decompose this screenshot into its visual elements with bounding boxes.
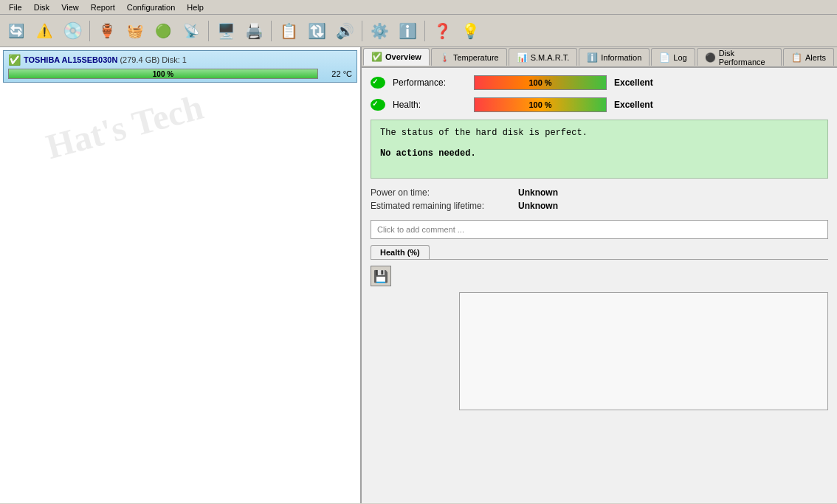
overview-icon: ✅ [371,52,382,62]
health-row: Health: 100 % Excellent [371,97,828,112]
health-bar-label: 100 % [475,98,606,111]
tab-alerts-label: Alerts [805,53,826,62]
menu-help[interactable]: Help [181,1,210,13]
tab-log[interactable]: 📄 Log [651,48,695,66]
toolbar-file[interactable]: 📋 [275,18,302,44]
toolbar-scan1[interactable]: 🏺 [94,18,120,44]
comment-box[interactable]: Click to add comment ... [371,220,828,239]
disk-name: TOSHIBA AL15SEB030N (279.4 GB) Disk: 1 [24,55,187,64]
status-line2: No actions needed. [380,148,819,159]
save-icon: 💾 [373,269,388,283]
health-status-text: Excellent [614,100,653,110]
status-line1: The status of the hard disk is perfect. [380,128,819,138]
toolbar-tip[interactable]: 💡 [457,18,483,44]
tab-smart-label: S.M.A.R.T. [531,53,570,62]
toolbar: 🔄 ⚠️ 💿 🏺 🧺 🟢 📡 🖥️ 🖨️ 📋 🔃 🔊 ⚙️ ℹ️ ❓ 💡 [0,15,837,47]
performance-bar-label: 100 % [475,76,606,89]
tab-overview-label: Overview [385,52,421,61]
alerts-icon: 📋 [791,52,802,63]
tab-smart[interactable]: 📊 S.M.A.R.T. [509,48,578,66]
performance-status-text: Excellent [614,77,653,88]
toolbar-scan4[interactable]: 📡 [178,18,204,44]
tab-temperature-label: Temperature [453,53,499,62]
power-on-value: Unknown [518,187,558,198]
toolbar-sep3 [271,21,272,41]
health-tab-pct[interactable]: Health (%) [371,245,430,259]
power-on-label: Power on time: [371,187,518,198]
log-icon: 📄 [659,52,670,63]
lifetime-label: Estimated remaining lifetime: [371,201,518,211]
health-label: Health: [393,100,466,110]
toolbar-settings[interactable]: ⚙️ [366,18,393,44]
toolbar-sep5 [424,21,425,41]
status-box: The status of the hard disk is perfect. … [371,120,828,179]
tab-information-label: Information [601,53,641,62]
power-on-row: Power on time: Unknown [371,187,828,198]
toolbar-alert[interactable]: ⚠️ [31,18,58,44]
temperature-badge: 22 °C [323,69,352,78]
toolbar-scan3[interactable]: 🟢 [150,18,176,44]
lifetime-value: Unknown [518,201,558,211]
disk-performance-icon: ⚫ [705,52,716,63]
disk-progress-bar: 100 % [8,69,318,79]
save-button[interactable]: 💾 [371,266,391,286]
toolbar-disk[interactable]: 💿 [59,18,86,44]
progress-container: 100 % 22 °C [8,69,352,79]
tab-information[interactable]: ℹ️ Information [579,48,650,66]
right-panel: ✅ Overview 🌡️ Temperature 📊 S.M.A.R.T. ℹ… [362,47,837,503]
menu-view[interactable]: View [55,1,85,13]
tab-alerts[interactable]: 📋 Alerts [783,48,834,66]
main-container: ✅ TOSHIBA AL15SEB030N (279.4 GB) Disk: 1… [0,47,837,503]
tabs-bar: ✅ Overview 🌡️ Temperature 📊 S.M.A.R.T. ℹ… [362,47,837,68]
health-status-icon [371,99,385,111]
menu-configuration[interactable]: Configuration [121,1,181,13]
menu-disk[interactable]: Disk [28,1,55,13]
health-bar: 100 % [474,97,607,112]
toolbar-scan2[interactable]: 🧺 [122,18,148,44]
menu-report[interactable]: Report [85,1,121,13]
tab-disk-performance[interactable]: ⚫ Disk Performance [697,48,782,66]
toolbar-print[interactable]: 🖨️ [241,18,267,44]
smart-icon: 📊 [517,52,528,63]
performance-status-icon [371,77,385,89]
disk-item[interactable]: ✅ TOSHIBA AL15SEB030N (279.4 GB) Disk: 1… [3,50,357,83]
toolbar-info[interactable]: ℹ️ [394,18,421,44]
left-panel: ✅ TOSHIBA AL15SEB030N (279.4 GB) Disk: 1… [0,47,362,503]
toolbar-sound[interactable]: 🔊 [331,18,358,44]
toolbar-sep4 [362,21,362,41]
information-icon: ℹ️ [587,52,598,63]
menu-file[interactable]: File [3,1,28,13]
comment-placeholder: Click to add comment ... [377,225,464,234]
content-area: Performance: 100 % Excellent Health: 100… [362,68,837,503]
temperature-icon: 🌡️ [439,52,450,63]
disk-header: ✅ TOSHIBA AL15SEB030N (279.4 GB) Disk: 1 [8,54,352,66]
health-tabs: Health (%) [371,245,828,260]
tab-overview[interactable]: ✅ Overview [363,48,430,66]
toolbar-sep1 [89,21,90,41]
toolbar-hdd[interactable]: 🖥️ [213,18,239,44]
tab-disk-performance-label: Disk Performance [719,49,774,66]
disk-status-icon: ✅ [8,54,21,66]
watermark: Hat's Tech [42,86,207,167]
lifetime-row: Estimated remaining lifetime: Unknown [371,201,828,211]
tab-temperature[interactable]: 🌡️ Temperature [431,48,507,66]
performance-bar: 100 % [474,75,607,90]
toolbar-refresh[interactable]: 🔄 [3,18,30,44]
performance-row: Performance: 100 % Excellent [371,75,828,90]
tab-log-label: Log [673,53,686,62]
progress-label: 100 % [9,69,317,78]
menu-bar: File Disk View Report Configuration Help [0,0,837,15]
toolbar-sep2 [208,21,209,41]
chart-area [459,292,828,410]
performance-label: Performance: [393,77,466,88]
toolbar-help[interactable]: ❓ [429,18,455,44]
toolbar-refresh2[interactable]: 🔃 [303,18,330,44]
